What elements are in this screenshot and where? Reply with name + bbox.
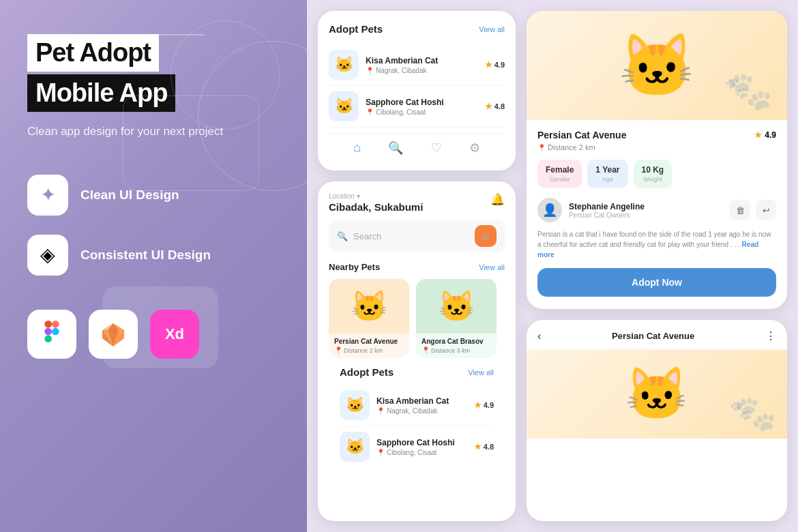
cat-emoji-1: 🐱 [335, 56, 353, 74]
owner-name: Stephanie Angeline [569, 202, 723, 211]
nav-search-icon[interactable]: 🔍 [388, 141, 403, 156]
title-line1: Pet Adopt [35, 38, 151, 67]
back-button[interactable]: ‹ [537, 330, 541, 342]
location-info: Location ▾ Cibadak, Sukabumi [329, 192, 423, 213]
middle-column: Adopt Pets View all 🐱 Kisa Amberian Cat … [318, 11, 516, 521]
star-icon-adopt-1: ★ [474, 400, 482, 410]
nearby-pet-dist-2: 📍 Distance 3 km [422, 346, 491, 354]
search-placeholder: Search [353, 231, 381, 241]
location-row: Location ▾ Cibadak, Sukabumi 🔔 [329, 192, 505, 213]
adopt-name-1: Kisa Amberian Cat [376, 396, 467, 406]
description-text: Persian is a cat that i have found on th… [537, 229, 776, 260]
badge-weight-val: 10 Kg [642, 165, 664, 175]
sparkle-icon: ✦ [40, 183, 56, 206]
nearby-pet-card-1[interactable]: 🐱 Persian Cat Avenue 📍 Distance 2 km [329, 279, 409, 358]
title-line1-box: Pet Adopt [27, 34, 159, 72]
right-column: 🐾 🐾 🐱 Persian Cat Avenue ★ 4.9 📍 Distanc… [527, 11, 787, 521]
adopt-thumb-1: 🐱 [340, 390, 370, 420]
message-icon: 🗑 [736, 205, 745, 216]
phone-nearby-card: Location ▾ Cibadak, Sukabumi 🔔 🔍 Search … [318, 181, 516, 521]
nearby-pet-img-1: 🐱 [329, 279, 409, 334]
left-panel: Pet Adopt Mobile App Clean app design fo… [0, 0, 307, 532]
figma-icon-wrap [27, 310, 76, 359]
adopt-pets-view-all[interactable]: View all [479, 25, 505, 33]
nearby-pets-row: 🐱 Persian Cat Avenue 📍 Distance 2 km 🐱 [329, 279, 505, 358]
pet-thumb-sapphore: 🐱 [329, 91, 359, 121]
nearby-view-all[interactable]: View all [479, 263, 505, 271]
figma-icon [41, 321, 63, 347]
adopt-name-2: Sapphore Cat Hoshi [376, 438, 467, 447]
adopt-rating-1: ★ 4.9 [474, 400, 494, 410]
cat-image-area-top: 🐾 🐾 🐱 [527, 11, 787, 120]
layers-icon: ◈ [40, 243, 55, 266]
detail-nav-title: Persian Cat Avenue [612, 331, 694, 341]
pin-icon-adopt-1: 📍 [376, 407, 385, 415]
star-icon-detail: ★ [754, 130, 762, 140]
consistent-ui-icon-wrap: ◈ [27, 235, 68, 276]
adopt-rating-2: ★ 4.8 [474, 442, 494, 452]
pet-rating-sapphore: ★ 4.8 [485, 102, 505, 111]
detail-distance: 📍 Distance 2 km [537, 143, 776, 151]
nav-settings-icon[interactable]: ⚙ [469, 141, 480, 156]
nearby-pet-name-2: Angora Cat Brasov [422, 338, 491, 345]
cat-emoji-2: 🐱 [335, 98, 353, 115]
deco-rect-2 [102, 286, 218, 368]
pet-info-kisa: Kisa Amberian Cat 📍 Nagrak, Cibadak [366, 56, 478, 74]
svg-rect-0 [44, 321, 52, 328]
adopt-loc-2: 📍 Cibolang, Cisaat [376, 449, 467, 456]
detail-bottom-card: ‹ Persian Cat Avenue ⋮ 🐾 🐾 🐱 [527, 320, 787, 521]
owner-avatar: 👤 [537, 198, 562, 222]
star-icon-adopt-2: ★ [474, 442, 482, 452]
cat-emoji-4: 🐱 [346, 438, 364, 456]
adopt-list-item-1[interactable]: 🐱 Kisa Amberian Cat 📍 Nagrak, Cibadak ★ … [340, 385, 494, 426]
location-label: Location ▾ [329, 192, 423, 200]
detail-rating: ★ 4.9 [754, 130, 776, 140]
adopt-section2-title: Adopt Pets [340, 366, 394, 378]
detail-top-card: 🐾 🐾 🐱 Persian Cat Avenue ★ 4.9 📍 Distanc… [527, 11, 787, 309]
svg-point-4 [52, 328, 59, 336]
adopt-pets-title: Adopt Pets [329, 23, 383, 35]
pin-icon-adopt-2: 📍 [376, 449, 385, 456]
svg-rect-2 [44, 328, 52, 336]
nearby-pet-dist-1: 📍 Distance 2 km [334, 346, 404, 354]
badge-age-val: 1 Year [595, 165, 619, 175]
adopt-now-button[interactable]: Adopt Now [537, 268, 776, 297]
bell-icon[interactable]: 🔔 [490, 192, 505, 207]
pet-thumb-kisa: 🐱 [329, 50, 359, 80]
paw-deco-bottom-2: 🐾 [729, 399, 753, 422]
filter-icon: ⊞ [482, 231, 490, 241]
nav-heart-icon[interactable]: ♡ [431, 141, 442, 156]
phone-icon: ↩ [763, 205, 770, 216]
badge-age: 1 Year Age [587, 160, 627, 188]
badges-row: Female Gender 1 Year Age 10 Kg Weight [537, 160, 776, 188]
star-icon-1: ★ [485, 60, 492, 70]
svg-rect-3 [44, 335, 52, 342]
pet-list-item-2[interactable]: 🐱 Sapphore Cat Hoshi 📍 Cibolang, Cisaat … [329, 86, 505, 128]
bottom-nav-bar: ⌂ 🔍 ♡ ⚙ [329, 133, 505, 162]
adopt-list-item-2[interactable]: 🐱 Sapphore Cat Hoshi 📍 Cibolang, Cisaat … [340, 426, 494, 467]
more-options-button[interactable]: ⋮ [765, 329, 776, 342]
nearby-pet-card-2[interactable]: 🐱 Angora Cat Brasov 📍 Distance 3 km [416, 279, 497, 358]
chevron-down-icon: ▾ [357, 192, 360, 200]
pin-icon-2: 📍 [366, 108, 374, 116]
nav-home-icon[interactable]: ⌂ [353, 141, 361, 156]
search-bar[interactable]: 🔍 Search ⊞ [329, 220, 505, 252]
filter-button[interactable]: ⊞ [475, 225, 497, 247]
feature-consistent-ui: ◈ Consistent UI Design [27, 235, 280, 276]
phone-button[interactable]: ↩ [756, 200, 776, 220]
badge-gender-val: Female [546, 165, 574, 175]
detail-body: Persian Cat Avenue ★ 4.9 📍 Distance 2 km… [527, 120, 787, 309]
pet-list-item[interactable]: 🐱 Kisa Amberian Cat 📍 Nagrak, Cibadak ★ … [329, 44, 505, 86]
location-city: Cibadak, Sukabumi [329, 201, 423, 213]
pet-rating-kisa: ★ 4.9 [485, 60, 505, 70]
pet-loc-sapphore: 📍 Cibolang, Cisaat [366, 108, 478, 116]
nearby-header: Nearby Pets View all [329, 262, 505, 272]
adopt-section2-header: Adopt Pets View all [340, 366, 494, 378]
detail-name-row: Persian Cat Avenue ★ 4.9 [537, 130, 776, 141]
message-button[interactable]: 🗑 [730, 200, 750, 220]
adopt-section2-view-all[interactable]: View all [468, 368, 494, 376]
search-icon: 🔍 [337, 231, 348, 241]
clean-ui-icon-wrap: ✦ [27, 175, 68, 216]
adopt-info-1: Kisa Amberian Cat 📍 Nagrak, Cibadak [376, 396, 467, 415]
orange-cat-icon-2: 🐱 [438, 289, 475, 324]
